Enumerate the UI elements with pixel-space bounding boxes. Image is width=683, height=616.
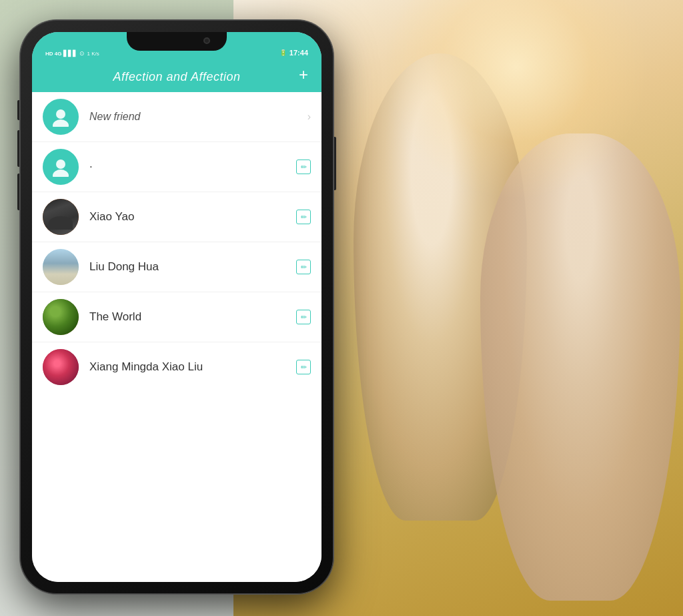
speed-indicator: 1 K/s xyxy=(87,51,99,57)
svg-point-2 xyxy=(56,160,65,169)
the-world-avatar xyxy=(43,299,79,335)
status-right: 🔋 17:44 xyxy=(279,49,308,57)
dot-user-name: · xyxy=(89,160,296,174)
xiang-mingda-name: Xiang Mingda Xiao Liu xyxy=(89,360,296,374)
new-friend-label: New friend xyxy=(89,111,307,123)
add-contact-button[interactable]: + xyxy=(299,65,308,84)
person-right-figure xyxy=(480,133,680,601)
dot-user-avatar xyxy=(43,149,79,185)
liu-dong-hua-name: Liu Dong Hua xyxy=(89,260,296,274)
edit-icon-dot[interactable]: ✏ xyxy=(296,160,311,174)
time-display: 17:44 xyxy=(289,49,308,57)
phone-screen: HD 4G ▋▋▋ ⊙ 1 K/s 🔋 17:44 Affection and … xyxy=(32,32,321,582)
person-icon-dot xyxy=(51,157,71,177)
wifi-icon: ⊙ xyxy=(79,50,85,57)
phone-notch xyxy=(127,32,227,51)
contact-item-liu-dong-hua[interactable]: Liu Dong Hua ✏ xyxy=(32,242,321,292)
phone-shell: HD 4G ▋▋▋ ⊙ 1 K/s 🔋 17:44 Affection and … xyxy=(20,20,333,594)
edit-icon-liu-dong-hua[interactable]: ✏ xyxy=(296,260,311,274)
xiao-yao-name: Xiao Yao xyxy=(89,210,296,224)
network-indicator: HD 4G xyxy=(45,51,61,57)
contact-item-xiang-mingda[interactable]: Xiang Mingda Xiao Liu ✏ xyxy=(32,342,321,392)
battery-icon: 🔋 xyxy=(279,49,287,56)
edit-icon-xiang-mingda[interactable]: ✏ xyxy=(296,360,311,374)
contact-item-xiao-yao[interactable]: Xiao Yao ✏ xyxy=(32,192,321,242)
chevron-right-icon: › xyxy=(307,111,311,123)
new-friend-row[interactable]: New friend › xyxy=(32,92,321,142)
contact-item-the-world[interactable]: The World ✏ xyxy=(32,292,321,342)
app-title: Affection and Affection xyxy=(113,70,241,84)
svg-point-3 xyxy=(53,170,69,177)
signal-bars: ▋▋▋ xyxy=(63,50,77,57)
xiang-mingda-avatar xyxy=(43,349,79,385)
svg-point-1 xyxy=(53,119,69,127)
xiao-yao-avatar xyxy=(43,199,79,235)
liu-dong-hua-avatar xyxy=(43,249,79,285)
phone-mockup: HD 4G ▋▋▋ ⊙ 1 K/s 🔋 17:44 Affection and … xyxy=(20,20,333,594)
phone-power-button xyxy=(333,137,336,190)
svg-point-0 xyxy=(56,109,65,119)
the-world-name: The World xyxy=(89,310,296,324)
edit-icon-the-world[interactable]: ✏ xyxy=(296,310,311,324)
contact-item-dot[interactable]: · ✏ xyxy=(32,142,321,192)
person-icon xyxy=(51,107,71,127)
new-friend-avatar xyxy=(43,99,79,135)
edit-icon-xiao-yao[interactable]: ✏ xyxy=(296,210,311,224)
status-left: HD 4G ▋▋▋ ⊙ 1 K/s xyxy=(45,50,99,57)
contact-list: New friend › · ✏ xyxy=(32,92,321,582)
front-camera xyxy=(203,37,210,44)
